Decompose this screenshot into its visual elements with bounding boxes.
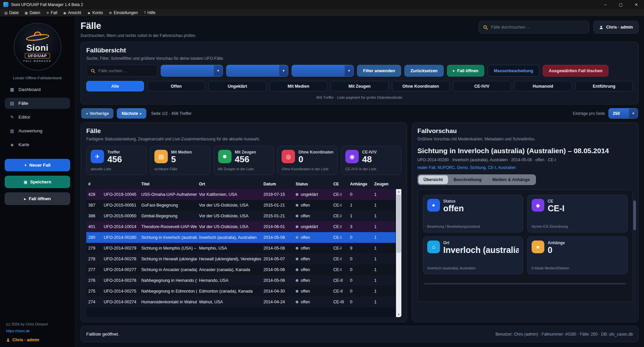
sidebar-item-dashboard[interactable]: ▦ Dashboard: [5, 84, 70, 95]
table-row[interactable]: 428 UFO-2019-10045 USS-Omaha-UAP-Aufnahm…: [86, 189, 396, 200]
maximize-button[interactable]: ▢: [613, 0, 629, 9]
preview-scrollbar[interactable]: [633, 201, 636, 316]
col-zeugen[interactable]: Zeugen: [372, 182, 396, 186]
scroll-down-icon[interactable]: ▼: [396, 312, 401, 317]
quick-filter-chip[interactable]: CE-IV/V: [453, 81, 511, 91]
case-search-input[interactable]: [98, 69, 153, 73]
quick-filter-chip[interactable]: Mit Zeugen: [331, 81, 388, 91]
sidebar-user-button[interactable]: Chris · admin: [6, 338, 70, 342]
ce-class-icon: ◆: [532, 199, 544, 212]
menu-icon: ▤: [4, 11, 7, 15]
stat-sublabel: Ohne Koordinaten in der Liste: [282, 167, 333, 171]
menu-einstellungen[interactable]: ⚙ Einstellungen: [106, 9, 141, 16]
col-anhaenge[interactable]: Anhänge: [348, 182, 372, 186]
menu-datei[interactable]: ▤ Datei: [1, 9, 21, 16]
cell-ort: Edmonton (canada), Kanada: [197, 289, 261, 294]
cell-ce: CE-I: [331, 267, 348, 272]
quick-filter-chip[interactable]: Entführung: [575, 81, 633, 91]
col-status[interactable]: Status: [294, 182, 331, 186]
stat-value: 48: [362, 155, 377, 165]
logo-band: UFO/UAP: [25, 53, 50, 58]
sidebar-item-karte[interactable]: ◈ Karte: [5, 139, 70, 150]
col-ce[interactable]: CE: [331, 182, 348, 186]
table-row[interactable]: 279 UFO-2014-00279 Sichtung in Memphis (…: [86, 243, 396, 254]
apply-filter-button[interactable]: Filter anwenden: [357, 65, 401, 77]
menu-fall[interactable]: ✈ Fall: [43, 9, 60, 16]
sidebar-item-auswertung[interactable]: ▥ Auswertung: [5, 125, 70, 136]
table-row[interactable]: 278 UFO-2014-00278 Sichtung in Heswall (…: [86, 254, 396, 264]
next-page-button[interactable]: Nächste ▸: [117, 108, 146, 119]
scrollbar-thumb[interactable]: [397, 195, 401, 253]
card-sublabel: Bewertung / Bearbeitungszustand: [427, 222, 519, 228]
scroll-up-icon[interactable]: ▲: [396, 189, 401, 194]
per-page-select[interactable]: 250 ▾: [608, 108, 638, 119]
nav-label: Editor: [18, 115, 30, 120]
quick-filter-chip[interactable]: Ohne Koordinaten: [392, 81, 450, 91]
menu-daten[interactable]: ▦ Daten: [21, 9, 43, 16]
quick-filter-chip[interactable]: Humanoid: [514, 81, 572, 91]
chip-label: Entführung: [593, 84, 615, 89]
new-case-button[interactable]: + Neuer Fall: [5, 159, 70, 171]
case-tags[interactable]: realer Fall, NUFORC, Demo, Sichtung, CE-…: [417, 165, 633, 170]
table-row[interactable]: 277 UFO-2014-00277 Sichtung in Ancaster …: [86, 264, 396, 275]
global-search-input[interactable]: [491, 25, 585, 30]
sidebar-item-faelle[interactable]: ▤ Fälle: [5, 98, 70, 109]
horizontal-scrollbar[interactable]: [424, 283, 626, 285]
filter-select-1[interactable]: ▾: [161, 65, 223, 77]
nav-label: Karte: [18, 142, 29, 147]
filter-select-2[interactable]: ▾: [226, 65, 288, 77]
quick-filter-chip[interactable]: Mit Medien: [269, 81, 327, 91]
close-button[interactable]: ✕: [629, 0, 644, 9]
open-case-button[interactable]: ▸ Fall öffnen: [447, 65, 485, 77]
page-title: Fälle: [81, 21, 196, 31]
cell-ort: Ancaster (canada), Kanada: [197, 267, 261, 272]
logo-subtitle: FALL MANAGER: [23, 60, 51, 62]
ufo-icon: [23, 32, 52, 42]
table-row[interactable]: 280 UFO-2014-00280 Sichtung in Inverloch…: [86, 232, 396, 243]
witness-icon: ☻: [218, 150, 232, 163]
table-row[interactable]: 276 UFO-2014-00276 Nahbegegnung in Herna…: [86, 275, 396, 286]
preview-tab[interactable]: Übersicht: [418, 175, 448, 184]
scrollbar-thumb[interactable]: [633, 201, 636, 230]
save-button[interactable]: ▣ Speichern: [5, 176, 70, 188]
delete-case-button[interactable]: Ausgewählten Fall löschen: [543, 65, 608, 77]
bulk-edit-button[interactable]: Massenbearbeitung: [488, 65, 539, 77]
minimize-button[interactable]: –: [598, 0, 613, 9]
reset-filter-button[interactable]: Zurücksetzen: [404, 65, 444, 77]
table-row[interactable]: 275 UFO-2014-00275 Nahbegegnung in Edmon…: [86, 286, 396, 297]
global-search: [479, 21, 589, 34]
user-menu-button[interactable]: Chris · admin: [593, 21, 639, 34]
quick-filter-chip[interactable]: Ungeklärt: [208, 81, 266, 91]
menu-ansicht[interactable]: ◉ Ansicht: [60, 9, 84, 16]
table-row[interactable]: 274 UFO-2014-00274 Humanoidenkontakt in …: [86, 297, 396, 307]
table-row[interactable]: 401 UFO-2014-10014 Theodore-Roosevelt-UA…: [86, 221, 396, 232]
website-link[interactable]: https://sioni.de: [6, 329, 70, 333]
filter-select-3[interactable]: ▾: [292, 65, 354, 77]
table-header: # Titel Ort Datum Status CE Anhänge Zeug…: [86, 179, 401, 189]
table-scrollbar[interactable]: ▲ ▼: [396, 189, 401, 317]
sidebar-actions: + Neuer Fall ▣ Speichern ▸ Fall öffnen: [5, 159, 70, 205]
col-titel[interactable]: Titel: [139, 182, 197, 186]
open-case-button[interactable]: ▸ Fall öffnen: [5, 192, 70, 205]
status-dot: [296, 301, 298, 303]
col-num[interactable]: #: [86, 182, 102, 186]
sidebar-item-editor[interactable]: ✎ Editor: [5, 112, 70, 123]
menu-konto[interactable]: ☻ Konto: [84, 9, 106, 16]
menu-label: Ansicht: [68, 10, 81, 15]
quick-filter-chip[interactable]: Alle: [86, 81, 144, 91]
menu-hilfe[interactable]: ? Hilfe: [141, 9, 159, 16]
page-subtitle: Durchsuchen, filtern und rechts sofort i…: [81, 33, 196, 38]
quick-filter-chip[interactable]: Offen: [147, 81, 205, 91]
cell-datum: 2019-07-15: [261, 192, 294, 197]
previous-page-button[interactable]: ◂ Vorherige: [81, 108, 113, 119]
preview-tab[interactable]: Medien & Anhänge: [487, 175, 535, 184]
cell-anhaenge: 9: [348, 246, 372, 251]
col-ort[interactable]: Ort: [197, 182, 261, 186]
cases-subtitle: Farbigere Statusdarstellung, Zeugenanzah…: [86, 137, 401, 141]
preview-tab[interactable]: Beschreibung: [449, 175, 487, 184]
nav-icon: ▥: [9, 128, 15, 133]
col-datum[interactable]: Datum: [261, 182, 294, 186]
table-row[interactable]: 386 UFO-2015-00050 Gimbal-Begegnung Vor …: [86, 211, 396, 221]
table-row[interactable]: 387 UFO-2015-00051 GoFast-Begegnung Vor …: [86, 200, 396, 211]
cell-status: offen: [294, 278, 331, 283]
